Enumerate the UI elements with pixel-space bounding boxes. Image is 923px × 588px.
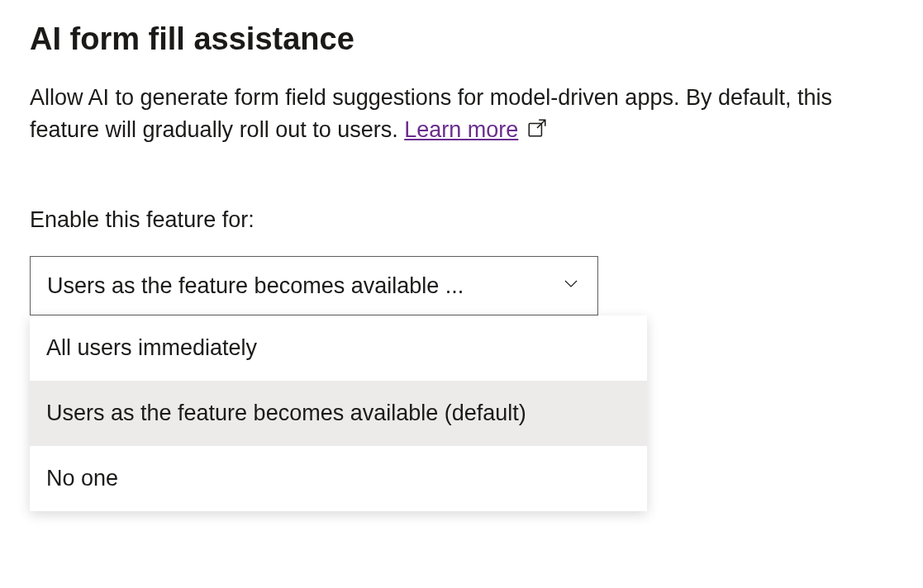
select-value: Users as the feature becomes available .…: [47, 273, 545, 299]
chevron-down-icon: [561, 273, 581, 299]
enable-feature-select-wrapper: Users as the feature becomes available .…: [30, 256, 598, 315]
option-users-default[interactable]: Users as the feature becomes available (…: [30, 381, 647, 446]
learn-more-link[interactable]: Learn more: [404, 117, 518, 142]
enable-feature-dropdown: All users immediately Users as the featu…: [30, 315, 647, 511]
option-no-one[interactable]: No one: [30, 446, 647, 511]
section-heading: AI form fill assistance: [30, 21, 893, 57]
enable-feature-select[interactable]: Users as the feature becomes available .…: [30, 256, 598, 315]
external-link-icon: [526, 116, 548, 148]
section-description: Allow AI to generate form field suggesti…: [30, 82, 893, 148]
enable-feature-label: Enable this feature for:: [30, 207, 893, 233]
option-all-users[interactable]: All users immediately: [30, 315, 647, 381]
